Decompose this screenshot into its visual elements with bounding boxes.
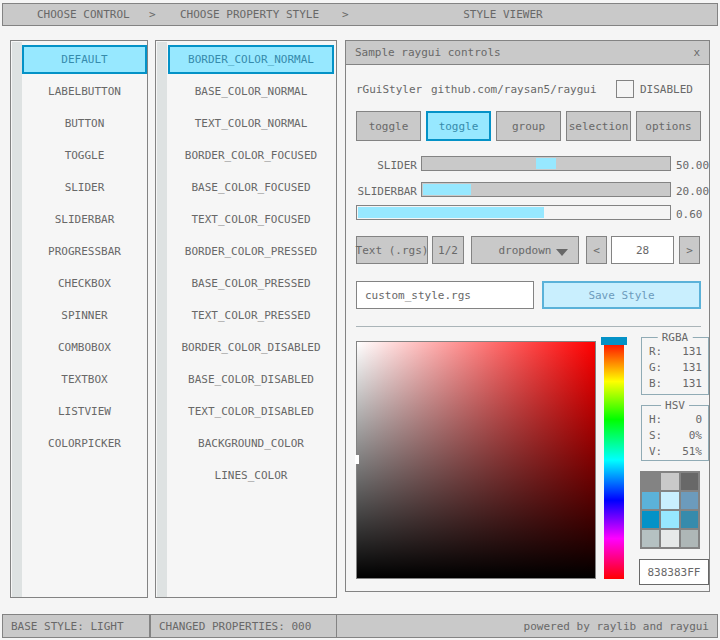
repo-link[interactable]: github.com/raysan5/raygui [431, 83, 597, 96]
rgba-group-box: RGBA R: 131 G: 131 B: 131 [641, 337, 709, 395]
toggle-button-2-active[interactable]: toggle [426, 111, 491, 141]
control-item-toggle[interactable]: TOGGLE [22, 141, 147, 170]
control-item-button[interactable]: BUTTON [22, 109, 147, 138]
swatch-text-pressed[interactable] [681, 511, 698, 528]
spinner-value-box[interactable]: 28 [611, 236, 674, 264]
property-item-text-color-pressed[interactable]: TEXT_COLOR_PRESSED [168, 301, 334, 330]
slider-value: 50.00 [676, 159, 709, 172]
controls-list-panel: DEFAULT LABELBUTTON BUTTON TOGGLE SLIDER… [10, 40, 148, 598]
disabled-checkbox[interactable] [616, 80, 634, 98]
property-item-base-color-focused[interactable]: BASE_COLOR_FOCUSED [168, 173, 334, 202]
rgba-r-row: R: 131 [642, 345, 708, 358]
color-picker-area[interactable] [356, 341, 596, 579]
hsv-h-row: H: 0 [642, 413, 708, 426]
toggle-button-options[interactable]: options [636, 111, 701, 141]
slider-label: SLIDER [346, 159, 417, 172]
save-style-button[interactable]: Save Style [542, 281, 701, 309]
swatch-text-disabled[interactable] [681, 530, 698, 547]
property-item-border-color-normal[interactable]: BORDER_COLOR_NORMAL [168, 45, 334, 74]
swatch-base-disabled[interactable] [661, 530, 678, 547]
controls-list: DEFAULT LABELBUTTON BUTTON TOGGLE SLIDER… [22, 45, 147, 461]
swatch-base-pressed[interactable] [661, 511, 678, 528]
property-item-border-color-focused[interactable]: BORDER_COLOR_FOCUSED [168, 141, 334, 170]
chevron-right-icon: > [342, 8, 349, 21]
swatch-text-focused[interactable] [681, 492, 698, 509]
controls-list-scrollbar[interactable] [12, 42, 22, 597]
sliderbar-label: SLIDERBAR [346, 185, 417, 198]
control-item-sliderbar[interactable]: SLIDERBAR [22, 205, 147, 234]
property-item-base-color-disabled[interactable]: BASE_COLOR_DISABLED [168, 365, 334, 394]
rgba-r-label: R: [649, 345, 662, 358]
property-item-border-color-disabled[interactable]: BORDER_COLOR_DISABLED [168, 333, 334, 362]
toggle-button-1[interactable]: toggle [356, 111, 421, 141]
control-item-labelbutton[interactable]: LABELBUTTON [22, 77, 147, 106]
property-item-text-color-focused[interactable]: TEXT_COLOR_FOCUSED [168, 205, 334, 234]
chevron-right-icon: > [149, 8, 156, 21]
swatch-base-focused[interactable] [661, 492, 678, 509]
hsv-h-label: H: [649, 413, 662, 426]
properties-list-scrollbar[interactable] [157, 42, 167, 597]
hsv-v-label: V: [649, 445, 662, 458]
half-button[interactable]: 1/2 [432, 236, 464, 264]
app-name-label: rGuiStyler [356, 83, 422, 96]
rgba-g-label: G: [649, 361, 662, 374]
rguistyler-app: CHOOSE CONTROL > CHOOSE PROPERTY STYLE >… [0, 0, 720, 640]
control-item-progressbar[interactable]: PROGRESSBAR [22, 237, 147, 266]
swatch-text-normal[interactable] [681, 473, 698, 490]
property-item-text-color-disabled[interactable]: TEXT_COLOR_DISABLED [168, 397, 334, 426]
swatch-base-normal[interactable] [661, 473, 678, 490]
properties-list: BORDER_COLOR_NORMAL BASE_COLOR_NORMAL TE… [168, 45, 334, 493]
property-item-text-color-normal[interactable]: TEXT_COLOR_NORMAL [168, 109, 334, 138]
hue-bar[interactable] [604, 341, 624, 579]
rgba-b-row: B: 131 [642, 377, 708, 390]
swatch-border-normal[interactable] [642, 473, 659, 490]
control-item-slider[interactable]: SLIDER [22, 173, 147, 202]
hsv-h-value: 0 [695, 413, 702, 426]
hex-color-input[interactable]: 838383FF [639, 559, 709, 585]
sliderbar-track[interactable] [421, 182, 671, 197]
slider-track[interactable] [421, 156, 671, 171]
color-picker-cursor[interactable] [355, 455, 359, 464]
property-item-background-color[interactable]: BACKGROUND_COLOR [168, 429, 334, 458]
spinner-increment-button[interactable]: > [679, 236, 700, 264]
property-item-base-color-pressed[interactable]: BASE_COLOR_PRESSED [168, 269, 334, 298]
toggle-button-selection[interactable]: selection [566, 111, 631, 141]
swatch-border-focused[interactable] [642, 492, 659, 509]
slider-thumb[interactable] [536, 158, 556, 169]
control-item-spinner[interactable]: SPINNER [22, 301, 147, 330]
swatch-border-disabled[interactable] [642, 530, 659, 547]
spinner-decrement-button[interactable]: < [586, 236, 607, 264]
dropdown-label: dropdown [499, 244, 552, 257]
style-viewer-window: Sample raygui controls x rGuiStyler gith… [345, 40, 710, 592]
sliderbar-fill [423, 184, 471, 195]
window-title: Sample raygui controls [355, 46, 501, 59]
control-item-default[interactable]: DEFAULT [22, 45, 147, 74]
section-style-viewer: STYLE VIEWER [423, 8, 583, 21]
dropdown-select[interactable]: dropdown [471, 236, 579, 264]
swatch-border-pressed[interactable] [642, 511, 659, 528]
status-base-style: BASE STYLE: LIGHT [2, 614, 150, 638]
powered-by-label: powered by raylib and raygui [524, 620, 709, 633]
window-title-bar[interactable]: Sample raygui controls x [346, 41, 709, 65]
property-item-border-color-pressed[interactable]: BORDER_COLOR_PRESSED [168, 237, 334, 266]
text-rgs-button[interactable]: Text (.rgs) [356, 236, 428, 264]
property-item-lines-color[interactable]: LINES_COLOR [168, 461, 334, 490]
control-item-colorpicker[interactable]: COLORPICKER [22, 429, 147, 458]
progress-bar [356, 205, 671, 220]
rgba-g-row: G: 131 [642, 361, 708, 374]
control-item-listview[interactable]: LISTVIEW [22, 397, 147, 426]
control-item-combobox[interactable]: COMBOBOX [22, 333, 147, 362]
header-row: rGuiStyler github.com/raysan5/raygui DIS… [356, 80, 701, 98]
control-item-checkbox[interactable]: CHECKBOX [22, 269, 147, 298]
separator-line [356, 326, 701, 327]
close-icon[interactable]: x [693, 46, 700, 59]
property-item-base-color-normal[interactable]: BASE_COLOR_NORMAL [168, 77, 334, 106]
control-item-textbox[interactable]: TEXTBOX [22, 365, 147, 394]
section-choose-property-style: CHOOSE PROPERTY STYLE [180, 8, 319, 21]
hsv-group-box: HSV H: 0 S: 0% V: 51% [641, 405, 709, 461]
style-filename-input[interactable]: custom_style.rgs [356, 281, 534, 309]
chevron-down-icon [556, 249, 568, 256]
hue-bar-cursor[interactable] [601, 337, 627, 345]
toggle-button-group[interactable]: group [496, 111, 561, 141]
changed-properties-label: CHANGED PROPERTIES: 000 [159, 620, 311, 633]
